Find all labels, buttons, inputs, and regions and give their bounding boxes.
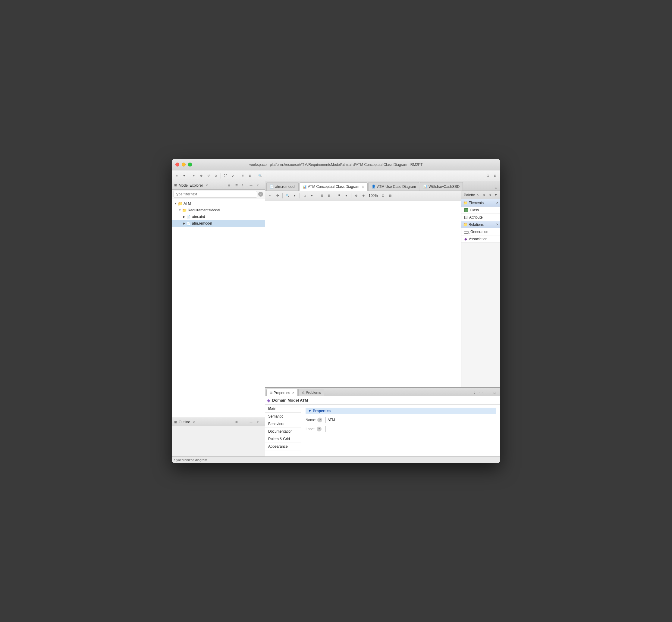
- minimize-button[interactable]: [182, 163, 186, 167]
- prop-name-text: Name:: [306, 418, 316, 422]
- tab-close-atm-conceptual[interactable]: ✕: [362, 185, 364, 189]
- prop-label-help[interactable]: ?: [317, 426, 322, 431]
- tab-bar-btn-1[interactable]: —: [486, 184, 492, 191]
- diag-btn-fit[interactable]: ⊟: [387, 193, 393, 199]
- tab-atm-conceptual[interactable]: 📊 ATM Conceptual Class Diagram ✕: [299, 182, 368, 191]
- diag-btn-arrange[interactable]: ⧩: [336, 193, 342, 199]
- search-btn[interactable]: 🔍: [257, 173, 263, 179]
- nav-semantic[interactable]: Semantic: [265, 413, 301, 420]
- diag-btn-snap[interactable]: ⊞: [319, 193, 325, 199]
- relations-section-icon: 📁: [463, 222, 468, 227]
- toolbar-btn-2[interactable]: ▼: [181, 173, 187, 179]
- palette-section-relations[interactable]: 📁 Relations ✕: [461, 221, 500, 228]
- bottom-toolbar-btn-min[interactable]: —: [485, 389, 491, 396]
- palette-item-class[interactable]: Class: [461, 207, 500, 214]
- outline-title: Outline: [179, 420, 190, 424]
- tab-label-problems: Problems: [306, 390, 321, 395]
- palette-btn-select[interactable]: ↖: [475, 193, 480, 198]
- generation-icon: [465, 232, 469, 232]
- tree-item-atm-remodel[interactable]: ▶ 📄 atm.remodel: [172, 220, 265, 227]
- prop-name-help[interactable]: ?: [317, 418, 322, 422]
- outline-toolbar-btn-3[interactable]: —: [248, 419, 254, 425]
- palette-btn-pin[interactable]: 📌: [499, 193, 500, 198]
- filter-clear-button[interactable]: ✕: [258, 192, 263, 197]
- diag-btn-zoom-toggle[interactable]: ⊡: [380, 193, 386, 199]
- bottom-toolbar-btn-export[interactable]: ⤴: [471, 389, 478, 396]
- palette-section-elements[interactable]: 📁 Elements ✕: [461, 199, 500, 207]
- toolbar-btn-6[interactable]: ⊙: [213, 173, 219, 179]
- toolbar-right-btn-2[interactable]: ⊟: [492, 173, 499, 179]
- palette-item-attribute[interactable]: Attribute: [461, 214, 500, 221]
- tree-item-atm[interactable]: ▼ 📁 ATM: [172, 200, 265, 207]
- relations-expand-icon: ✕: [496, 223, 499, 226]
- explorer-toolbar-btn-1[interactable]: ⊞: [226, 182, 232, 188]
- tree-item-atm-aird[interactable]: ▶ 📄 atm.aird: [172, 213, 265, 220]
- tab-bar-btn-2[interactable]: □: [493, 184, 499, 191]
- toolbar-btn-7[interactable]: ⛶: [222, 173, 229, 179]
- diag-btn-move[interactable]: ✥: [274, 193, 281, 199]
- prop-label-name: Name: ?: [306, 418, 324, 422]
- explorer-toolbar-btn-3[interactable]: ⋮⋮: [241, 182, 247, 188]
- toolbar-right-btn-1[interactable]: ⊡: [485, 173, 491, 179]
- outline-toolbar-btn-4[interactable]: □: [255, 419, 261, 425]
- tab-withdraw-cash[interactable]: 📊 WithdrawCashSSD: [420, 182, 463, 191]
- close-button[interactable]: [175, 163, 179, 167]
- tree-arrow-atm: ▼: [173, 201, 178, 206]
- toolbar-btn-3[interactable]: ↩: [191, 173, 197, 179]
- tab-atm-usecase[interactable]: 👤 ATM Use Case Diagram: [368, 182, 419, 191]
- palette-btn-zoom-out[interactable]: ⊖: [487, 193, 492, 198]
- prop-input-label[interactable]: [325, 426, 496, 432]
- palette-btn-settings[interactable]: ▼: [493, 193, 499, 198]
- title-bar: workspace - platform:/resource/ATM/Requi…: [172, 159, 500, 170]
- toolbar-btn-8[interactable]: ↙: [230, 173, 236, 179]
- diag-btn-zoom-out[interactable]: ⊖: [353, 193, 359, 199]
- tab-problems[interactable]: ⚠ Problems: [298, 389, 325, 396]
- status-btn-1[interactable]: ⋮: [491, 457, 498, 463]
- toolbar-btn-4[interactable]: ⊕: [198, 173, 204, 179]
- diag-sep-1: [282, 193, 283, 198]
- diag-btn-zoom-dropdown[interactable]: ▼: [291, 193, 298, 199]
- tab-bar-right: — □: [486, 184, 499, 191]
- palette-btn-zoom-in[interactable]: ⊕: [481, 193, 486, 198]
- filter-input[interactable]: [173, 191, 257, 198]
- toolbar-btn-5[interactable]: ↺: [205, 173, 212, 179]
- diag-btn-zoom[interactable]: 🔍: [284, 193, 291, 199]
- palette-item-association[interactable]: ◆ Association: [461, 235, 500, 243]
- toolbar-btn-1[interactable]: ≡: [173, 173, 180, 179]
- svg-marker-1: [468, 233, 469, 234]
- nav-rulers-grid[interactable]: Rulers & Grid: [265, 435, 301, 443]
- diagram-canvas[interactable]: [265, 201, 461, 387]
- diag-btn-zoom-in[interactable]: ⊕: [360, 193, 367, 199]
- explorer-toolbar-btn-4[interactable]: —: [248, 182, 254, 188]
- palette-panel: Palette ↖ ⊕ ⊖ ▼ 📌 📁: [461, 191, 500, 387]
- toolbar-sep-3: [238, 173, 238, 178]
- tab-icon-atm-conceptual: 📊: [302, 185, 307, 189]
- outline-toolbar: ⊞ ☰ — □: [233, 419, 262, 425]
- main-area: ⊞ Model Explorer ✕ ⊞ ☰ ⋮⋮ — □ ✕: [172, 181, 500, 456]
- outline-toolbar-btn-1[interactable]: ⊞: [233, 419, 239, 425]
- maximize-button[interactable]: [188, 163, 192, 167]
- diag-btn-select[interactable]: ↖: [267, 193, 274, 199]
- toolbar-btn-10[interactable]: ⊞: [247, 173, 253, 179]
- palette-item-generation-label: Generation: [470, 230, 488, 234]
- palette-item-generation[interactable]: Generation: [461, 228, 500, 235]
- explorer-toolbar-btn-2[interactable]: ☰: [233, 182, 239, 188]
- nav-appearance[interactable]: Appearance: [265, 443, 301, 450]
- diag-btn-arrange-dropdown[interactable]: ▼: [343, 193, 350, 199]
- bottom-toolbar-btn-max[interactable]: □: [491, 389, 498, 396]
- tree-item-requirements[interactable]: ▼ 📁 RequirementsModel: [172, 207, 265, 213]
- nav-documentation[interactable]: Documentation: [265, 428, 301, 435]
- tab-properties[interactable]: ⊞ Properties ✕: [266, 389, 298, 396]
- toolbar-btn-9[interactable]: ⎘: [239, 173, 246, 179]
- diag-btn-rectangle-dropdown[interactable]: ▼: [309, 193, 315, 199]
- diag-btn-rectangle[interactable]: □: [301, 193, 308, 199]
- diag-btn-grid[interactable]: ⊟: [326, 193, 332, 199]
- explorer-toolbar-btn-5[interactable]: □: [255, 182, 261, 188]
- tab-atm-remodel[interactable]: 📄 atm.remodel: [266, 182, 299, 191]
- prop-input-name[interactable]: [325, 417, 496, 423]
- nav-behaviors[interactable]: Behaviors: [265, 420, 301, 428]
- editor-tab-bar: 📄 atm.remodel 📊 ATM Conceptual Class Dia…: [265, 181, 500, 191]
- outline-toolbar-btn-2[interactable]: ☰: [241, 419, 247, 425]
- properties-tab-icon: ⊞: [270, 391, 273, 395]
- bottom-toolbar-btn-more[interactable]: ⋮⋮: [478, 389, 485, 396]
